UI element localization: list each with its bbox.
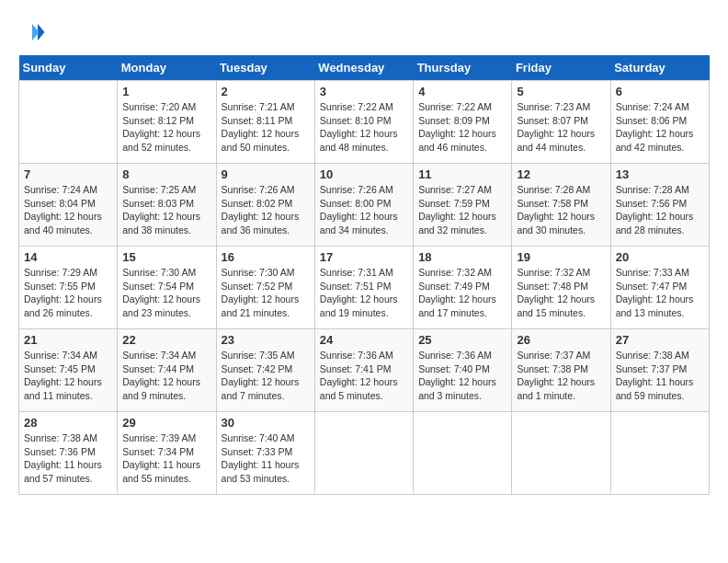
calendar-cell: 28Sunrise: 7:38 AMSunset: 7:36 PMDayligh…: [19, 412, 118, 495]
day-number: 26: [517, 333, 605, 347]
calendar-cell: 5Sunrise: 7:23 AMSunset: 8:07 PMDaylight…: [512, 81, 610, 164]
day-info: Sunrise: 7:39 AMSunset: 7:34 PMDaylight:…: [122, 431, 210, 486]
calendar-cell: 11Sunrise: 7:27 AMSunset: 7:59 PMDayligh…: [414, 164, 512, 247]
day-info: Sunrise: 7:32 AMSunset: 7:48 PMDaylight:…: [517, 266, 605, 320]
day-number: 25: [418, 333, 506, 347]
day-number: 19: [517, 250, 605, 264]
day-info: Sunrise: 7:31 AMSunset: 7:51 PMDaylight:…: [320, 266, 408, 320]
day-info: Sunrise: 7:32 AMSunset: 7:49 PMDaylight:…: [418, 266, 506, 320]
calendar-cell: 18Sunrise: 7:32 AMSunset: 7:49 PMDayligh…: [414, 247, 512, 329]
day-info: Sunrise: 7:28 AMSunset: 7:58 PMDaylight:…: [517, 183, 605, 237]
weekday-header: Friday: [512, 55, 610, 81]
calendar-cell: 4Sunrise: 7:22 AMSunset: 8:09 PMDaylight…: [414, 81, 512, 164]
day-info: Sunrise: 7:36 AMSunset: 7:40 PMDaylight:…: [418, 349, 506, 403]
day-number: 5: [517, 85, 605, 98]
day-number: 30: [222, 416, 310, 430]
day-info: Sunrise: 7:38 AMSunset: 7:37 PMDaylight:…: [616, 349, 704, 403]
day-number: 10: [320, 167, 408, 181]
day-info: Sunrise: 7:37 AMSunset: 7:38 PMDaylight:…: [517, 349, 605, 403]
day-number: 9: [222, 167, 310, 181]
day-number: 20: [616, 250, 704, 264]
day-number: 29: [122, 416, 210, 430]
calendar-cell: 17Sunrise: 7:31 AMSunset: 7:51 PMDayligh…: [314, 247, 413, 329]
calendar-cell: 10Sunrise: 7:26 AMSunset: 8:00 PMDayligh…: [314, 164, 413, 247]
day-info: Sunrise: 7:20 AMSunset: 8:12 PMDaylight:…: [122, 100, 210, 155]
weekday-header: Thursday: [414, 55, 512, 81]
day-number: 4: [418, 85, 506, 98]
calendar-cell: 6Sunrise: 7:24 AMSunset: 8:06 PMDaylight…: [610, 81, 709, 164]
day-number: 12: [517, 167, 605, 181]
calendar-cell: 2Sunrise: 7:21 AMSunset: 8:11 PMDaylight…: [216, 81, 314, 164]
calendar-cell: 19Sunrise: 7:32 AMSunset: 7:48 PMDayligh…: [512, 247, 610, 329]
day-number: 21: [24, 333, 112, 347]
calendar-cell: 24Sunrise: 7:36 AMSunset: 7:41 PMDayligh…: [314, 329, 413, 412]
weekday-header-row: SundayMondayTuesdayWednesdayThursdayFrid…: [19, 55, 710, 81]
calendar-table: SundayMondayTuesdayWednesdayThursdayFrid…: [18, 55, 710, 495]
calendar-cell: 12Sunrise: 7:28 AMSunset: 7:58 PMDayligh…: [512, 164, 610, 247]
day-info: Sunrise: 7:24 AMSunset: 8:06 PMDaylight:…: [616, 100, 704, 155]
calendar-cell: 23Sunrise: 7:35 AMSunset: 7:42 PMDayligh…: [216, 329, 314, 412]
day-info: Sunrise: 7:34 AMSunset: 7:44 PMDaylight:…: [122, 349, 210, 403]
day-info: Sunrise: 7:22 AMSunset: 8:09 PMDaylight:…: [418, 100, 506, 155]
weekday-header: Saturday: [610, 55, 709, 81]
calendar-cell: 13Sunrise: 7:28 AMSunset: 7:56 PMDayligh…: [610, 164, 709, 247]
calendar-cell: 7Sunrise: 7:24 AMSunset: 8:04 PMDaylight…: [19, 164, 118, 247]
day-number: 14: [24, 250, 112, 264]
day-info: Sunrise: 7:33 AMSunset: 7:47 PMDaylight:…: [616, 266, 704, 320]
day-info: Sunrise: 7:30 AMSunset: 7:54 PMDaylight:…: [122, 266, 210, 320]
calendar-cell: [512, 412, 610, 495]
day-info: Sunrise: 7:25 AMSunset: 8:03 PMDaylight:…: [122, 183, 210, 237]
day-info: Sunrise: 7:40 AMSunset: 7:33 PMDaylight:…: [222, 431, 310, 486]
calendar-cell: [610, 412, 709, 495]
calendar-cell: 14Sunrise: 7:29 AMSunset: 7:55 PMDayligh…: [19, 247, 118, 329]
weekday-header: Sunday: [19, 55, 118, 81]
day-number: 27: [616, 333, 704, 347]
calendar-cell: 26Sunrise: 7:37 AMSunset: 7:38 PMDayligh…: [512, 329, 610, 412]
day-info: Sunrise: 7:21 AMSunset: 8:11 PMDaylight:…: [222, 100, 310, 155]
weekday-header: Monday: [118, 55, 216, 81]
calendar-cell: 15Sunrise: 7:30 AMSunset: 7:54 PMDayligh…: [118, 247, 216, 329]
calendar-cell: [314, 412, 413, 495]
calendar-cell: 29Sunrise: 7:39 AMSunset: 7:34 PMDayligh…: [118, 412, 216, 495]
day-number: 16: [222, 250, 310, 264]
day-number: 11: [418, 167, 506, 181]
day-number: 24: [320, 333, 408, 347]
day-info: Sunrise: 7:23 AMSunset: 8:07 PMDaylight:…: [517, 100, 605, 155]
day-info: Sunrise: 7:26 AMSunset: 8:00 PMDaylight:…: [320, 183, 408, 237]
day-number: 8: [122, 167, 210, 181]
day-number: 7: [24, 167, 112, 181]
calendar-week-row: 7Sunrise: 7:24 AMSunset: 8:04 PMDaylight…: [19, 164, 710, 247]
day-info: Sunrise: 7:28 AMSunset: 7:56 PMDaylight:…: [616, 183, 704, 237]
day-info: Sunrise: 7:26 AMSunset: 8:02 PMDaylight:…: [222, 183, 310, 237]
calendar-cell: [19, 81, 118, 164]
logo-icon: [18, 18, 46, 46]
day-number: 15: [122, 250, 210, 264]
calendar-cell: 20Sunrise: 7:33 AMSunset: 7:47 PMDayligh…: [610, 247, 709, 329]
day-number: 17: [320, 250, 408, 264]
logo: [18, 18, 50, 46]
calendar-cell: 1Sunrise: 7:20 AMSunset: 8:12 PMDaylight…: [118, 81, 216, 164]
day-info: Sunrise: 7:34 AMSunset: 7:45 PMDaylight:…: [24, 349, 112, 403]
weekday-header: Tuesday: [216, 55, 314, 81]
calendar-week-row: 1Sunrise: 7:20 AMSunset: 8:12 PMDaylight…: [19, 81, 710, 164]
day-number: 3: [320, 85, 408, 98]
calendar-cell: 9Sunrise: 7:26 AMSunset: 8:02 PMDaylight…: [216, 164, 314, 247]
day-number: 22: [122, 333, 210, 347]
calendar-cell: 3Sunrise: 7:22 AMSunset: 8:10 PMDaylight…: [314, 81, 413, 164]
day-number: 18: [418, 250, 506, 264]
day-info: Sunrise: 7:30 AMSunset: 7:52 PMDaylight:…: [222, 266, 310, 320]
day-number: 1: [122, 85, 210, 98]
day-info: Sunrise: 7:29 AMSunset: 7:55 PMDaylight:…: [24, 266, 112, 320]
day-info: Sunrise: 7:27 AMSunset: 7:59 PMDaylight:…: [418, 183, 506, 237]
calendar-cell: 30Sunrise: 7:40 AMSunset: 7:33 PMDayligh…: [216, 412, 314, 495]
calendar-week-row: 14Sunrise: 7:29 AMSunset: 7:55 PMDayligh…: [19, 247, 710, 329]
day-number: 28: [24, 416, 112, 430]
calendar-cell: 22Sunrise: 7:34 AMSunset: 7:44 PMDayligh…: [118, 329, 216, 412]
day-number: 23: [222, 333, 310, 347]
calendar-week-row: 28Sunrise: 7:38 AMSunset: 7:36 PMDayligh…: [19, 412, 710, 495]
calendar-cell: 27Sunrise: 7:38 AMSunset: 7:37 PMDayligh…: [610, 329, 709, 412]
page-header: [18, 18, 710, 46]
day-info: Sunrise: 7:35 AMSunset: 7:42 PMDaylight:…: [222, 349, 310, 403]
day-info: Sunrise: 7:22 AMSunset: 8:10 PMDaylight:…: [320, 100, 408, 155]
day-number: 6: [616, 85, 704, 98]
